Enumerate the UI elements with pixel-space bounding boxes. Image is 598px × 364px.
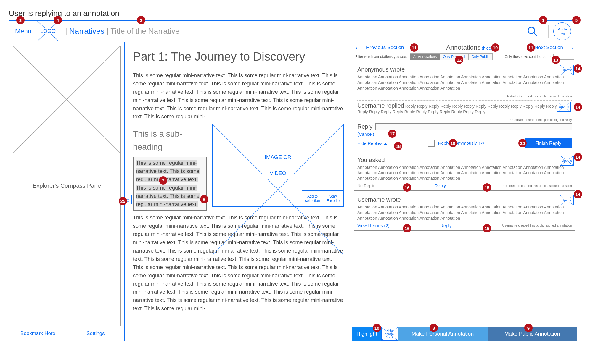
compose-label: Reply xyxy=(357,123,372,130)
breadcrumb-narratives[interactable]: Narratives xyxy=(69,27,104,35)
annotation-card: Upvote Anonymous wrote Annotation Annota… xyxy=(354,64,575,151)
make-personal-annotation-button[interactable]: Make Personal Annotation xyxy=(398,327,488,341)
breadcrumb-title: Title of the Narrative xyxy=(110,27,179,35)
media-label: IMAGE OR VIDEO xyxy=(262,152,294,179)
replies-status: No Replies xyxy=(357,183,377,188)
prev-section-link[interactable]: ⟵Previous Section xyxy=(355,44,404,51)
reply-author: Username replied xyxy=(357,102,404,109)
annotation-card: Upvote You asked Annotation Annotation A… xyxy=(354,154,575,191)
upvote-button[interactable]: Upvote xyxy=(560,156,574,166)
compass-pane[interactable]: Explorer's Compass Pane xyxy=(13,46,121,326)
upvote-button[interactable]: Upvote xyxy=(557,102,571,112)
annotation-meta: Username created this public, signed ann… xyxy=(502,224,572,227)
narrative-subheading: This is a sub-heading xyxy=(133,127,207,153)
add-to-collection-button[interactable]: Add to collection xyxy=(302,190,323,206)
finish-reply-button[interactable]: Finish Reply xyxy=(525,138,572,148)
annotations-title: Annotations xyxy=(446,44,480,51)
arrow-left-icon: ⟵ xyxy=(355,44,364,51)
search-icon[interactable] xyxy=(527,26,538,37)
compose-reply: Reply (Cancel) Hide Replies Reply anonym… xyxy=(357,123,572,148)
page-caption: User is replying to an annotation xyxy=(9,9,589,18)
highlighted-text[interactable]: This is some regular mini-narrative text… xyxy=(133,157,207,211)
narrative-pane: Part 1: The Journey to Discovery This is… xyxy=(125,42,352,341)
breadcrumb-sep2: | xyxy=(105,27,111,35)
breadcrumb-sep: | xyxy=(65,27,69,35)
svg-line-4 xyxy=(13,46,120,153)
menu-link[interactable]: Menu xyxy=(15,27,31,35)
filter-public[interactable]: Only Public xyxy=(469,54,493,60)
settings-button[interactable]: Settings xyxy=(67,326,124,341)
reply-meta: Username created this public, signed rep… xyxy=(357,117,572,122)
annotation-author: Username wrote xyxy=(357,196,572,203)
avatar[interactable]: Profile Image xyxy=(553,22,571,40)
sidebar: Explorer's Compass Pane Bookmark Here Se… xyxy=(9,42,125,341)
view-replies-link[interactable]: View Replies (2) xyxy=(357,223,390,228)
svg-point-2 xyxy=(528,27,535,34)
anonymous-checkbox[interactable] xyxy=(428,140,435,147)
annotation-author: You asked xyxy=(357,157,572,164)
hide-annotations-button[interactable]: Hide Annota- tions xyxy=(381,327,398,341)
filter-all[interactable]: All Annotations xyxy=(410,54,440,60)
highlighted-selection: This is some regular mini-narrative text… xyxy=(136,160,200,207)
topbar: Menu LOGO | Narratives | Title of the Na… xyxy=(9,21,577,42)
highlight-button[interactable]: Highlight xyxy=(352,327,381,341)
narrative-heading: Part 1: The Journey to Discovery xyxy=(133,47,344,66)
annotation-author: Anonymous wrote xyxy=(357,66,572,73)
upvote-button[interactable]: Upvote xyxy=(560,195,574,205)
logo[interactable]: LOGO xyxy=(37,21,59,42)
star-favorite-button[interactable]: Star/ Favorite xyxy=(323,190,343,206)
annotation-card: Upvote Username wrote Annotation Annotat… xyxy=(354,194,575,231)
bottom-toolbar: Highlight Hide Annota- tions Make Person… xyxy=(352,327,577,341)
cancel-link[interactable]: (Cancel) xyxy=(357,132,374,137)
filter-label: Filter which annotations you see: xyxy=(355,55,407,59)
divider xyxy=(548,25,549,38)
chevron-up-icon xyxy=(384,143,387,145)
make-public-annotation-button[interactable]: Make Public Annotation xyxy=(488,327,577,341)
next-section-link[interactable]: Next Section⟶ xyxy=(535,44,574,51)
filter-segment: All Annotations Only Personal Only Publi… xyxy=(410,53,493,60)
compose-input[interactable] xyxy=(375,123,572,130)
contrib-filter-input[interactable] xyxy=(553,54,574,60)
help-icon[interactable]: ? xyxy=(479,141,484,145)
annotation-meta: You created created this public, signed … xyxy=(503,184,572,187)
anonymous-label: Reply anonymously xyxy=(438,140,477,145)
annotation-meta: A student created this public, signed qu… xyxy=(357,93,572,98)
svg-line-5 xyxy=(13,46,120,153)
arrow-right-icon: ⟶ xyxy=(565,44,574,51)
app-frame: Menu LOGO | Narratives | Title of the Na… xyxy=(9,20,577,341)
reply-link[interactable]: Reply xyxy=(435,183,446,188)
media-placeholder[interactable]: IMAGE OR VIDEO Add to collection Star/ F… xyxy=(212,124,344,207)
reply-link[interactable]: Reply xyxy=(440,223,451,228)
contrib-label: Only those I've contributed to: xyxy=(505,55,552,59)
annotation-reply: Upvote Username replied Reply Reply Repl… xyxy=(357,100,572,122)
narrative-para-1: This is some regular mini-narrative text… xyxy=(133,72,344,121)
bookmark-button[interactable]: Bookmark Here xyxy=(9,326,67,341)
svg-line-3 xyxy=(534,33,537,36)
annotation-body: Annotation Annotation Annotation Annotat… xyxy=(357,74,572,91)
annotations-pane: ⟵Previous Section Annotations (hide) Nex… xyxy=(352,42,577,341)
upvote-button[interactable]: Upvote xyxy=(560,65,574,75)
annotation-body: Annotation Annotation Annotation Annotat… xyxy=(357,165,572,182)
breadcrumb: | Narratives | Title of the Narrative xyxy=(65,27,179,36)
filter-personal[interactable]: Only Personal xyxy=(440,54,468,60)
compass-pane-label: Explorer's Compass Pane xyxy=(30,180,104,192)
hide-replies-link[interactable]: Hide Replies xyxy=(357,141,387,146)
hide-annotations-link[interactable]: (hide) xyxy=(482,46,492,51)
annotation-body: Annotation Annotation Annotation Annotat… xyxy=(357,204,572,221)
logo-label: LOGO xyxy=(40,28,56,34)
annotation-indicator-icon[interactable]: anno speci here xyxy=(125,195,132,204)
